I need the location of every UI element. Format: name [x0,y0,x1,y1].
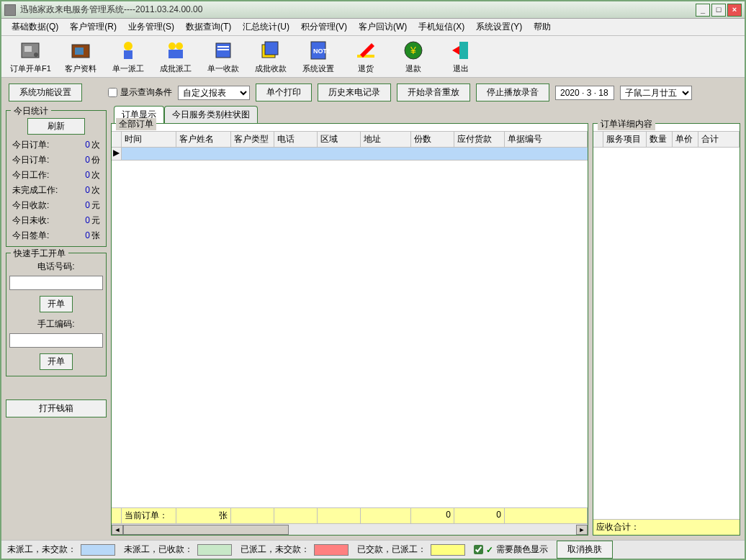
scroll-thumb[interactable] [123,525,289,535]
phone-label: 电话号码: [9,258,103,273]
app-icon [4,4,16,16]
menu-points-mgmt[interactable]: 积分管理(V) [297,19,351,35]
stat-orders-count: 今日订单:0次 [9,137,103,153]
tb-batch-dispatch[interactable]: 成批派工 [158,39,194,74]
orders-grid-footer: 当前订单： 张 0 0 [112,507,588,523]
tb-single-collect[interactable]: 单一收款 [205,39,241,74]
legend-unpaid-undispatched-label: 未派工，未交款： [7,543,76,556]
stat-orders-copies: 今日订单:0份 [9,153,103,168]
note-icon: NOTE [307,39,330,62]
col-time[interactable]: 时间 [122,131,176,147]
today-stats-group: 今日统计 刷新 今日订单:0次 今日订单:0份 今日工作:0次 未完成工作:0次… [6,110,107,247]
col-bill-no[interactable]: 单据编号 [505,131,588,147]
col-unit-price[interactable]: 单价 [673,131,698,147]
money-icon: ¥ [402,39,425,62]
scroll-right-icon[interactable]: ► [576,525,588,535]
history-call-button[interactable]: 历史来电记录 [318,83,391,101]
tb-refund[interactable]: ¥ 退款 [395,39,431,74]
detail-grid-body[interactable] [593,148,740,519]
col-phone[interactable]: 电话 [274,131,318,147]
maximize-button[interactable]: □ [711,4,726,17]
menu-business-mgmt[interactable]: 业务管理(S) [124,19,179,35]
worker-icon [117,39,140,62]
books-icon [259,39,282,62]
svg-point-8 [176,42,183,50]
orders-grid-header: 时间 客户姓名 客户类型 电话 区域 地址 份数 应付货款 单据编号 [112,131,588,148]
open-cashbox-button[interactable]: 打开钱箱 [6,399,107,417]
col-customer-type[interactable]: 客户类型 [231,131,274,147]
svg-rect-1 [24,46,32,52]
menu-basic-data[interactable]: 基础数据(Q) [7,19,63,35]
col-total[interactable]: 合计 [698,131,740,147]
open-order-button-2[interactable]: 开单 [40,353,73,370]
tb-exit[interactable]: 退出 [443,39,479,74]
menu-summary-stats[interactable]: 汇总统计(U) [238,19,294,35]
menu-customer-mgmt[interactable]: 客户管理(R) [66,19,121,35]
detail-footer: 应收合计： [593,519,740,535]
stat-incomplete-work: 未完成工作:0次 [9,183,103,198]
col-copies[interactable]: 份数 [411,131,454,147]
tb-system-settings[interactable]: NOTE 系统设置 [300,39,336,74]
tb-single-dispatch[interactable]: 单一派工 [110,39,146,74]
legend-paid-dispatched-label: 已交款，已派工： [357,543,426,556]
orders-grid-body[interactable]: ▶ [112,148,588,507]
legend-color-3 [314,544,349,556]
svg-rect-12 [217,49,229,50]
legend-color-2 [197,544,232,556]
svg-rect-17 [357,55,374,58]
report-select[interactable]: 自定义报表 [178,86,250,100]
statusbar: 未派工，未交款： 未派工，已收款： 已派工，未交款： 已交款，已派工： ✓ 需要… [1,540,745,559]
legend-color-1 [81,544,115,556]
start-replay-button[interactable]: 开始录音重放 [397,83,470,101]
svg-rect-11 [217,46,229,48]
menu-customer-visit[interactable]: 客户回访(W) [354,19,411,35]
lunar-select[interactable]: 子鼠二月廿五 [620,86,692,100]
tb-batch-collect[interactable]: 成批收款 [253,39,289,74]
stat-work-count: 今日工作:0次 [9,168,103,183]
svg-rect-21 [459,42,468,59]
col-payable[interactable]: 应付货款 [454,131,505,147]
menubar: 基础数据(Q) 客户管理(R) 业务管理(S) 数据查询(T) 汇总统计(U) … [1,19,745,36]
system-function-settings-button[interactable]: 系统功能设置 [9,83,82,101]
horizontal-scrollbar[interactable]: ◄ ► [112,523,588,535]
color-display-checkbox[interactable]: ✓ 需要颜色显示 [474,543,548,556]
col-service-item[interactable]: 服务项目 [603,131,647,147]
date-picker[interactable]: 2020 · 3 · 18 [555,86,614,100]
book-icon [212,39,235,62]
minimize-button[interactable]: _ [696,4,710,17]
phone-input[interactable] [9,276,103,290]
svg-text:NOTE: NOTE [313,48,330,55]
stop-play-button[interactable]: 停止播放录音 [476,83,549,101]
tab-service-chart[interactable]: 今日服务类别柱状图 [164,106,258,123]
quick-open-group: 快速手工开单 电话号码: 开单 手工编码: 开单 [6,253,107,376]
col-region[interactable]: 区域 [318,131,361,147]
svg-point-5 [124,42,132,50]
single-print-button[interactable]: 单个打印 [256,83,312,101]
close-button[interactable]: × [727,4,742,17]
cancel-skin-button[interactable]: 取消换肤 [557,541,613,559]
show-query-checkbox[interactable]: 显示查询条件 [108,86,172,99]
manual-code-input[interactable] [9,333,103,348]
scroll-left-icon[interactable]: ◄ [112,525,123,535]
menu-system-settings[interactable]: 系统设置(Y) [472,19,526,35]
menu-sms[interactable]: 手机短信(X) [414,19,469,35]
col-address[interactable]: 地址 [361,131,411,147]
menu-help[interactable]: 帮助 [529,19,555,35]
svg-point-7 [168,42,176,50]
open-order-button-1[interactable]: 开单 [40,296,73,312]
tb-order-create[interactable]: 订单开单F1 [10,39,51,74]
legend-dispatched-unpaid-label: 已派工，未交款： [241,543,310,556]
svg-text:¥: ¥ [410,45,416,56]
tb-return-goods[interactable]: 退货 [348,39,384,74]
svg-point-2 [34,53,38,57]
menu-data-query[interactable]: 数据查询(T) [181,19,235,35]
tb-customer-info[interactable]: 客户资料 [63,39,99,74]
stat-today-uncollected: 今日未收:0元 [9,213,103,228]
col-quantity[interactable]: 数量 [647,131,673,147]
col-customer-name[interactable]: 客户姓名 [176,131,231,147]
svg-rect-4 [75,48,84,55]
legend-paid-undispatched-label: 未派工，已收款： [124,543,193,556]
table-row[interactable]: ▶ [112,148,588,161]
workers-icon [164,39,187,62]
refresh-button[interactable]: 刷新 [27,118,85,135]
